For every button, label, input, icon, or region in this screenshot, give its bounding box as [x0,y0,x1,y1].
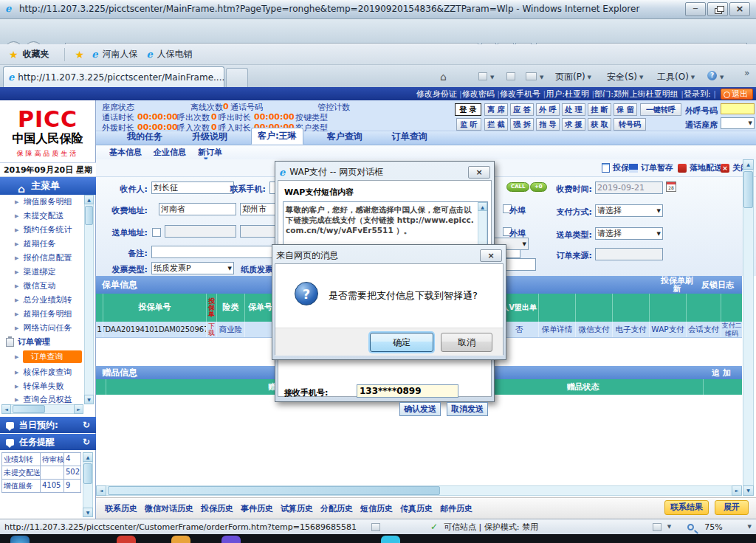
sidebar-item-order-query[interactable]: 订单查询 [0,350,83,364]
confirm-send-button[interactable]: 确认发送 [399,402,441,416]
tab-upgrade-notes[interactable]: 升级说明 [186,129,233,145]
download-link[interactable]: 下载 [207,322,217,337]
favorites-star-icon[interactable] [9,49,18,60]
intercept-button[interactable]: 拦 截 [484,118,508,131]
scroll-thumb[interactable] [85,206,93,225]
subtab-new-order[interactable]: 新订单 [198,147,222,158]
table-row[interactable]: 增值服务 4105 9 [2,480,80,493]
receive-phone-input[interactable] [357,384,458,398]
scroll-thumb[interactable] [743,171,753,208]
favorite-link-dianxiao[interactable]: 人保电销 [157,48,193,60]
assign-history-link[interactable]: 分配历史 [320,503,353,514]
wechat-history-link[interactable]: 微信对话历史 [145,503,193,514]
feeds-icon[interactable] [478,72,487,80]
scroll-up-arrow[interactable]: ▲ [478,202,487,211]
page-menu[interactable]: 页面(P) [555,71,591,83]
send-address-checkbox[interactable] [152,228,161,237]
table-row[interactable]: 业绩划转 待审核 4 [2,453,80,466]
print-dropdown[interactable] [540,75,543,80]
transfer-number-button[interactable]: 转号码 [614,118,646,131]
task-reminder-bar[interactable]: 任务提醒 [0,434,96,450]
voice-pay-link[interactable]: 会话支付 [687,322,721,337]
scroll-thumb[interactable] [83,463,92,484]
start-orb[interactable] [10,536,30,543]
hangup-button[interactable]: 挂 断 [588,103,611,116]
scroll-down-arrow[interactable]: ▼ [83,508,93,517]
more-commands-chevron[interactable] [744,68,749,78]
scroll-thumb[interactable] [13,405,45,413]
mail-icon[interactable] [506,72,515,80]
taskbar-app-icon[interactable] [171,536,190,543]
acquire-button[interactable]: 获 取 [588,118,611,131]
pay-method-select[interactable]: 请选择 [595,204,663,217]
sidebar-item-value-service[interactable]: 增值服务明细 [0,195,83,209]
favorite-link-henan[interactable]: 河南人保 [102,48,137,60]
close-button[interactable] [729,2,750,16]
wechat-pay-link[interactable]: 微信支付 [576,322,613,337]
cancel-send-button[interactable]: 取消发送 [447,402,488,416]
wap-dialog-title-bar[interactable]: WAP支付 -- 网页对话框 [278,164,492,180]
logout-button[interactable]: 退出 [721,89,753,100]
hold-button[interactable]: 保 留 [614,103,637,116]
scroll-up-arrow[interactable]: ▲ [743,159,754,170]
tab-my-tasks[interactable]: 我的任务 [121,129,168,145]
minimize-button[interactable] [685,2,706,16]
insure-history-link[interactable]: 投保历史 [201,503,233,514]
event-history-link[interactable]: 事件历史 [241,503,273,514]
sidebar-item-web-task[interactable]: 网络访问任务 [0,321,83,335]
fax-history-link[interactable]: 传真历史 [400,503,433,514]
taskbar-app-icon[interactable] [117,536,136,543]
zoom-icon[interactable] [687,524,694,530]
close-icon[interactable] [480,249,502,262]
tab-order-query[interactable]: 订单查询 [386,129,433,145]
change-phone-link[interactable]: 修改手机号 [500,89,546,100]
taskbar-app-icon[interactable] [381,536,400,543]
scroll-up-arrow[interactable]: ▲ [83,452,93,462]
scroll-thumb[interactable] [108,486,440,495]
change-id-link[interactable]: 修改身份证 [416,89,462,100]
taskbar-app-icon[interactable] [221,536,241,543]
cancel-button[interactable]: 取消 [441,333,492,352]
help-icon[interactable] [707,71,717,80]
contact-result-button[interactable]: 联系结果 [664,500,709,515]
tab-customer-query[interactable]: 客户查询 [321,129,368,145]
contact-history-link[interactable]: 联系历史 [105,503,137,514]
sidebar-item-undelivered[interactable]: 未提交配送 [0,209,83,223]
gift-add-link[interactable]: 追 加 [707,369,736,377]
ok-button[interactable]: 确定 [370,333,433,352]
sidebar-scrollbar[interactable] [84,195,94,404]
sidebar-item-task-stats[interactable]: 预约任务统计 [0,223,83,237]
scroll-down-arrow[interactable]: ▼ [743,485,754,496]
ground-delivery-button[interactable]: 落地配送 [678,162,722,173]
talk-seat-select[interactable] [721,117,755,129]
wap-pay-link[interactable]: WAP支付 [650,322,687,337]
subtab-basic-info[interactable]: 基本信息 [109,147,142,158]
scroll-left-arrow[interactable]: ◄ [1,404,11,414]
today-appointments-bar[interactable]: 当日预约: [0,417,96,433]
restore-button[interactable] [707,2,728,16]
sidebar-item-wechat[interactable]: 微信互动 [0,279,83,293]
province-input[interactable] [159,203,236,215]
save-order-button[interactable]: 订单暂存 [629,162,673,173]
monitor-button[interactable]: 监 听 [456,118,481,131]
alert-title-bar[interactable]: 来自网页的消息 [275,247,504,263]
zoom-level[interactable]: 75% [704,522,722,532]
refresh-icon[interactable] [83,437,90,447]
scroll-left-arrow[interactable]: ◄ [96,485,106,496]
e-pay-link[interactable]: 电子支付 [613,322,650,337]
print-icon[interactable] [526,72,537,80]
sidebar-item-quote-config[interactable]: 报价信息配置 [0,251,83,265]
add-favorite-icon[interactable] [75,49,85,60]
table-row[interactable]: 未提交配送 502 [2,466,80,480]
call-phone-icon[interactable]: CALL [506,182,529,192]
sidebar-item-transfer-fail[interactable]: 转保单失败 [0,379,83,393]
scroll-up-arrow[interactable]: ▲ [84,195,94,204]
mail-history-link[interactable]: 邮件历史 [440,503,472,514]
unlock-log-link[interactable]: 反锁日志 [699,281,736,289]
scroll-down-arrow[interactable]: ▼ [84,395,94,404]
sidebar-item-performance[interactable]: 总分业绩划转 [0,293,83,307]
quote-history-link[interactable]: 试算历史 [281,503,313,514]
sidebar-item-overdue-task[interactable]: 超期任务 [0,237,83,251]
sidebar-item-overdue-detail[interactable]: 超期任务明细 [0,307,83,321]
tab-customer-wanglin[interactable]: 客户:王琳 [251,128,303,145]
